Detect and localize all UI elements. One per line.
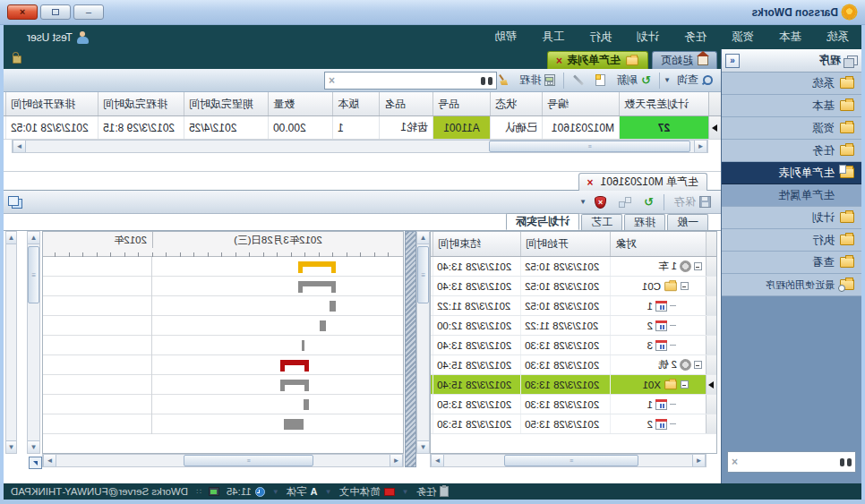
scroll-left-icon[interactable]: ◄ [390, 455, 403, 466]
tree-vertical-scrollbar[interactable]: ▲ ≡ ▼ [416, 231, 430, 454]
tab-close-icon[interactable]: × [556, 55, 562, 67]
menu-task[interactable]: 任务 [672, 30, 719, 45]
col-item-name[interactable]: 品名 [379, 92, 432, 115]
scroll-thumb[interactable]: ≡ [504, 455, 638, 466]
collapse-expander-icon[interactable] [694, 361, 702, 369]
scroll-left-icon[interactable]: ◄ [692, 455, 706, 466]
dropdown-icon[interactable]: ▼ [325, 488, 332, 496]
sidebar-item-execute[interactable]: 执行 [722, 229, 861, 252]
dropdown-icon[interactable]: ▼ [402, 488, 409, 496]
gantt-bar[interactable] [280, 380, 309, 385]
collapse-expander-icon[interactable] [694, 262, 702, 270]
query-dropdown-icon[interactable]: ▼ [664, 76, 671, 84]
tree-row-order-selected[interactable]: X01 2012/3/28 13:30 2012/3/28 15:40 [431, 375, 716, 395]
col-quantity[interactable]: 数量 [268, 92, 332, 115]
scroll-down-icon[interactable]: ▼ [417, 440, 429, 453]
scroll-down-icon[interactable]: ▼ [6, 440, 16, 453]
sidebar-item-production-order-props[interactable]: 生产单属性 [722, 184, 861, 207]
scroll-thumb[interactable]: ≡ [184, 455, 313, 466]
scroll-right-icon[interactable]: ► [13, 141, 26, 152]
tab-home[interactable]: 起始页 [652, 51, 717, 69]
close-button[interactable]: × [7, 4, 38, 20]
subtab-schedule[interactable]: 排程 [624, 214, 665, 230]
document-tab-production-order[interactable]: 生产单 M012031601 × [578, 173, 707, 191]
col-start-time[interactable]: 开始时间 [520, 232, 610, 256]
sidebar-search-clear-icon[interactable]: × [732, 456, 738, 468]
col-end-time[interactable]: 结束时间 [432, 232, 520, 256]
workflow-button[interactable] [614, 195, 636, 209]
sidebar-search-box[interactable]: × [727, 451, 856, 473]
status-font-selector[interactable]: A 字体 [287, 485, 318, 499]
collapse-expander-icon[interactable] [681, 380, 689, 389]
filter-clear-icon[interactable]: × [329, 74, 335, 87]
tree-row-operation[interactable]: 2 2012/3/28 13:50 2012/3/28 15:30 [431, 414, 716, 434]
menu-system[interactable]: 系统 [814, 30, 861, 45]
scroll-up-icon[interactable]: ▲ [417, 232, 429, 244]
col-scheduled-finish[interactable]: 排程完成时间 [98, 92, 184, 115]
sidebar-search-input[interactable] [741, 455, 836, 469]
col-status[interactable]: 状态 [490, 92, 542, 115]
sidebar-item-recent-programs[interactable]: 最近使用的程序 [722, 274, 861, 296]
page-vertical-scrollbar[interactable]: ▲ ▼ [5, 231, 17, 454]
sidebar-item-production-order-list[interactable]: 生产单列表 [722, 162, 861, 184]
filter-search-input[interactable] [338, 73, 477, 88]
schedule-button[interactable]: 排程 [515, 71, 560, 90]
sidebar-item-view[interactable]: 查看 [722, 252, 861, 274]
grid-data-row[interactable]: 27 M012031601 已确认 A11001 齿轮1 1 200.00 20… [4, 116, 721, 140]
status-task-button[interactable]: 任务 [415, 485, 449, 499]
status-language-selector[interactable]: 简体中文 [339, 485, 395, 499]
col-number[interactable]: 编号 [542, 92, 619, 115]
gantt-bar[interactable] [304, 399, 309, 410]
subtab-process[interactable]: 工艺 [581, 214, 622, 230]
scroll-up-icon[interactable]: ▲ [6, 232, 16, 244]
subtab-general[interactable]: 一般 [667, 214, 708, 230]
scroll-thumb[interactable]: ≡ [489, 141, 690, 152]
col-item-no[interactable]: 品号 [432, 92, 490, 115]
menu-tools[interactable]: 工具 [529, 30, 577, 45]
menu-plan[interactable]: 计划 [624, 30, 672, 45]
menu-execute[interactable]: 执行 [577, 30, 624, 45]
tree-row-resource[interactable]: 1 车 2012/3/28 10:52 2012/3/28 13:40 [431, 257, 716, 277]
sidebar-item-task[interactable]: 任务 [722, 140, 861, 162]
sidebar-item-resource[interactable]: 资源 [722, 117, 861, 140]
col-expected-finish[interactable]: 期望完成时间 [184, 92, 268, 115]
gantt-bar[interactable] [320, 320, 326, 331]
gantt-rows[interactable] [43, 257, 403, 434]
gantt-bar[interactable] [302, 340, 304, 351]
filter-search-box[interactable]: × [324, 72, 497, 90]
minimize-button[interactable]: – [73, 4, 104, 20]
new-button[interactable] [591, 73, 610, 88]
gantt-bar[interactable] [298, 261, 336, 267]
query-button[interactable]: 查询 [672, 71, 717, 90]
scroll-thumb[interactable]: ≡ [28, 246, 39, 303]
gantt-bar[interactable] [284, 419, 304, 430]
sidebar-item-system[interactable]: 系统 [722, 73, 861, 95]
panel-splitter[interactable] [405, 231, 416, 467]
gantt-vertical-scrollbar[interactable]: ▲ ≡ ▼ [27, 231, 40, 454]
col-version[interactable]: 版本 [332, 92, 379, 115]
scroll-thumb[interactable]: ≡ [417, 246, 429, 303]
scroll-up-icon[interactable]: ▲ [28, 232, 39, 244]
menu-resource[interactable]: 资源 [719, 30, 767, 45]
sidebar-item-basic[interactable]: 基本 [722, 95, 861, 117]
document-tab-close-icon[interactable]: × [587, 176, 594, 189]
tab-production-order-list[interactable]: 生产单列表 × [547, 51, 648, 69]
tree-row-operation[interactable]: 2 2012/3/28 11:22 2012/3/28 12:00 [431, 316, 716, 336]
edit-button[interactable] [568, 77, 589, 83]
dropdown-icon[interactable]: ▼ [272, 488, 279, 496]
status-clock[interactable]: 11:45 [227, 486, 265, 497]
window-copy-icon[interactable] [9, 196, 22, 208]
gantt-horizontal-scrollbar[interactable]: ◄ ≡ ► [42, 454, 404, 467]
user-box[interactable]: Test User [4, 31, 89, 44]
maximize-button[interactable] [40, 4, 71, 20]
tree-row-order[interactable]: C01 2012/3/28 10:52 2012/3/28 13:40 [431, 277, 716, 296]
gantt-bar[interactable] [330, 301, 336, 312]
tree-row-resource[interactable]: 2 铣 2012/3/28 13:30 2012/3/28 15:40 [431, 355, 716, 375]
refresh-button[interactable]: ↻ 刷新 [612, 71, 655, 90]
scroll-right-icon[interactable]: ► [43, 455, 56, 466]
sidebar-item-plan[interactable]: 计划 [722, 207, 861, 229]
collapse-expander-icon[interactable] [681, 282, 689, 290]
tree-horizontal-scrollbar[interactable]: ◄ ≡ ► [430, 454, 707, 467]
scroll-right-icon[interactable]: ► [431, 455, 444, 466]
col-plan-diff-days[interactable]: 计划差异天数 [619, 92, 708, 115]
